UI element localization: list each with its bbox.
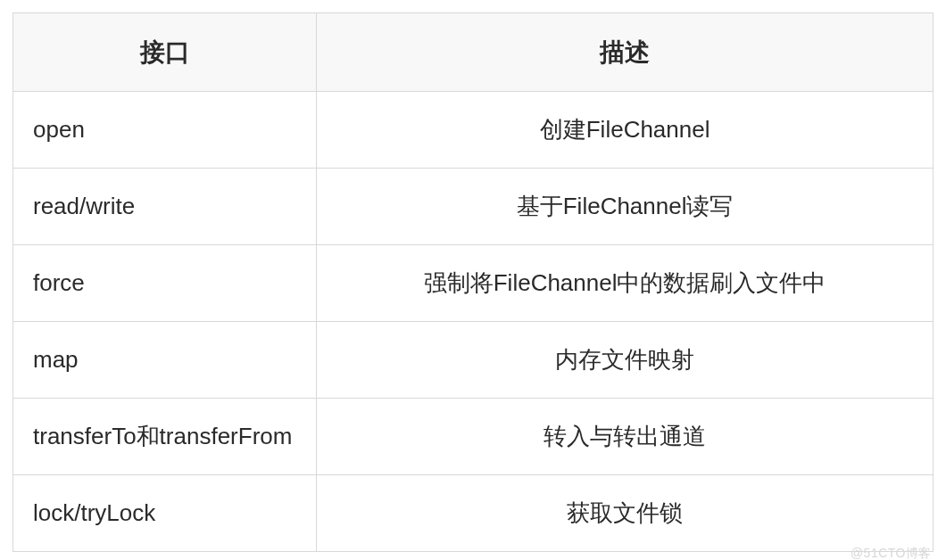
cell-interface: map [13, 322, 317, 399]
cell-description: 强制将FileChannel中的数据刷入文件中 [317, 245, 934, 322]
cell-description: 内存文件映射 [317, 322, 934, 399]
cell-interface: force [13, 245, 317, 322]
filechannel-api-table: 接口 描述 open 创建FileChannel read/write 基于Fi… [12, 12, 934, 552]
table-row: read/write 基于FileChannel读写 [13, 169, 934, 245]
table-header-row: 接口 描述 [13, 13, 934, 92]
header-description: 描述 [317, 13, 934, 92]
cell-interface: transferTo和transferFrom [13, 399, 317, 475]
watermark-text: @51CTO博客 [851, 546, 932, 560]
cell-description: 创建FileChannel [317, 92, 934, 169]
table-row: force 强制将FileChannel中的数据刷入文件中 [13, 245, 934, 322]
table-row: transferTo和transferFrom 转入与转出通道 [13, 399, 934, 475]
table-row: lock/tryLock 获取文件锁 [13, 475, 934, 552]
header-interface: 接口 [13, 13, 317, 92]
cell-interface: open [13, 92, 317, 169]
cell-description: 基于FileChannel读写 [317, 169, 934, 245]
cell-description: 转入与转出通道 [317, 399, 934, 475]
cell-interface: lock/tryLock [13, 475, 317, 552]
table-row: map 内存文件映射 [13, 322, 934, 399]
table-row: open 创建FileChannel [13, 92, 934, 169]
cell-interface: read/write [13, 169, 317, 245]
cell-description: 获取文件锁 [317, 475, 934, 552]
